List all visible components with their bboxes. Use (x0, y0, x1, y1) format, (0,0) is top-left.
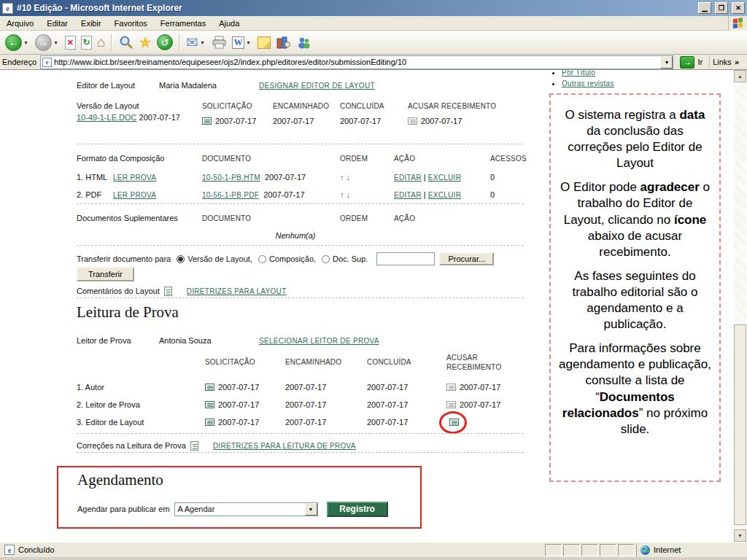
layout-version-header-row: Versão de Layout SOLICITAÇÃO ENCAMINHADO… (77, 98, 496, 114)
proofread-guidelines-link[interactable]: DIRETRIZES PARA LEITURA DE PROVA (213, 442, 356, 450)
radio-galley-label: Composição, (269, 254, 316, 263)
transfer-submit-wrap: Transferir (77, 267, 134, 280)
proofreader-name: Antonia Souza (159, 336, 259, 345)
menu-ajuda[interactable]: Ajuda (212, 18, 246, 29)
history-clock-icon: ↺ (157, 34, 173, 50)
radio-layout-version[interactable] (177, 255, 185, 263)
email-icon[interactable] (205, 384, 214, 391)
books-icon (276, 36, 291, 50)
browse-button[interactable]: Procurar... (439, 252, 494, 265)
assign-layout-editor-link[interactable]: DESIGNAR EDITOR DE LAYOUT (259, 82, 375, 90)
word-icon: W (232, 36, 244, 49)
note-icon (258, 36, 271, 49)
references-button[interactable] (274, 34, 293, 51)
address-bar: Endereço e http://www.ibict.br/seer/trei… (0, 55, 747, 70)
edit-link[interactable]: EDITAR (394, 174, 422, 182)
search-icon (118, 35, 133, 50)
radio-supplementary[interactable] (322, 255, 330, 263)
edit-word-button[interactable]: W▼ (230, 35, 255, 50)
address-input[interactable]: e http://www.ibict.br/seer/treinamento/e… (40, 55, 673, 69)
address-url: http://www.ibict.br/seer/treinamento/equ… (54, 58, 658, 66)
transfer-label: Transferir documento para (77, 254, 171, 263)
underway-date: 2007-07-17 (273, 112, 340, 125)
home-icon: ⌂ (97, 35, 105, 50)
back-button[interactable]: ←▼ (3, 33, 32, 52)
schedule-label: Agendar para publicar em (77, 505, 170, 513)
print-button[interactable] (209, 34, 229, 50)
stop-button[interactable]: ✕ (63, 34, 78, 51)
home-button[interactable]: ⌂ (95, 34, 107, 51)
mail-button[interactable]: ✉▼ (184, 32, 209, 52)
galley-file-link[interactable]: 10-56-1-PB.PDF (202, 191, 259, 199)
close-button[interactable]: ✕ (732, 2, 745, 14)
email-icon-disabled (408, 117, 417, 125)
scroll-down-button[interactable]: ▼ (734, 529, 746, 542)
upload-file-input[interactable] (376, 252, 435, 265)
galley-row: 1. HTMLLER PROVA 10-50-1-PB.HTM 2007-07-… (77, 169, 495, 185)
edit-link[interactable]: EDITAR (394, 191, 422, 199)
notes-button[interactable] (255, 35, 273, 50)
history-button[interactable]: ↺ (155, 33, 175, 52)
select-dropdown-icon[interactable]: ▼ (305, 503, 317, 516)
layout-file-link[interactable]: 10-49-1-LE.DOC (77, 113, 137, 122)
go-button[interactable]: → Ir (677, 56, 705, 69)
divider (77, 452, 524, 453)
status-panel (545, 544, 562, 556)
printer-icon (212, 36, 227, 49)
proofread-row-proofreader: 2. Leitor de Prova 2007-07-17 2007-07-17… (77, 397, 527, 413)
scrollbar-thumb[interactable] (734, 324, 746, 525)
menu-editar[interactable]: Editar (40, 18, 74, 29)
forward-button[interactable]: →▼ (33, 33, 62, 52)
order-down-link[interactable]: ↓ (347, 190, 351, 199)
transfer-button[interactable]: Transferir (77, 267, 134, 281)
status-pane: e Concluído (1, 544, 543, 556)
record-button[interactable]: Registro (327, 502, 388, 517)
email-icon[interactable] (202, 117, 212, 125)
order-up-link[interactable]: ↑ (340, 173, 344, 182)
supplementary-label: Documentos Suplementares (77, 214, 202, 222)
menu-arquivo[interactable]: Arquivo (0, 18, 40, 29)
messenger-button[interactable] (294, 34, 314, 51)
links-toolbar[interactable]: Links » (709, 55, 745, 69)
status-panel (563, 544, 580, 556)
proofread-row-author: 1. Autor 2007-07-17 2007-07-17 2007-07-1… (77, 379, 527, 395)
galley-file-link[interactable]: 10-50-1-PB.HTM (202, 174, 260, 182)
scroll-up-button[interactable]: ▲ (734, 70, 746, 82)
minimize-button[interactable]: ▁ (698, 2, 711, 14)
zone-text: Internet (654, 545, 681, 554)
delete-link[interactable]: EXCLUIR (428, 174, 461, 182)
vertical-scrollbar[interactable]: ▲ ▼ (734, 70, 746, 542)
email-icon[interactable] (205, 401, 214, 408)
radio-galley[interactable] (258, 255, 266, 263)
issue-select[interactable]: A Agendar ▼ (174, 502, 318, 516)
go-arrow-icon: → (680, 56, 694, 69)
menu-ferramentas[interactable]: Ferramentas (154, 18, 212, 29)
delete-link[interactable]: EXCLUIR (428, 191, 461, 199)
toolbar-separator (111, 34, 112, 51)
comment-note-icon[interactable] (190, 441, 198, 451)
favorites-button[interactable]: ★ (136, 32, 154, 52)
email-icon[interactable] (205, 419, 214, 426)
select-proofreader-link[interactable]: SELECIONAR LEITOR DE PROVA (259, 337, 379, 345)
order-down-link[interactable]: ↓ (347, 173, 351, 182)
menu-exibir[interactable]: Exibir (74, 18, 108, 29)
col-request: SOLICITAÇÃO (202, 102, 273, 110)
radio-supplementary-label: Doc. Sup. (333, 254, 368, 263)
scheduling-heading: Agendamento (77, 471, 163, 489)
search-button[interactable] (116, 34, 136, 52)
layout-guidelines-link[interactable]: DIRETRIZES PARA LAYOUT (187, 287, 287, 295)
divider (77, 245, 524, 246)
other-journals-link[interactable]: Outras revistas (562, 79, 614, 88)
order-up-link[interactable]: ↑ (340, 190, 344, 199)
by-title-link[interactable]: Por Título (562, 70, 595, 77)
request-date: 2007-07-17 (218, 383, 259, 392)
view-proof-link[interactable]: LER PROVA (113, 174, 156, 182)
supplementary-header-row: Documentos Suplementares DOCUMENTO ORDEM… (77, 210, 415, 226)
address-label: Endereço (2, 58, 36, 66)
refresh-button[interactable]: ↻ (79, 34, 94, 51)
view-proof-link[interactable]: LER PROVA (113, 191, 156, 199)
address-dropdown-button[interactable]: ▼ (660, 56, 673, 69)
restore-button[interactable]: ❐ (715, 2, 728, 14)
menu-favoritos[interactable]: Favoritos (108, 18, 154, 29)
comment-note-icon[interactable] (164, 287, 172, 296)
